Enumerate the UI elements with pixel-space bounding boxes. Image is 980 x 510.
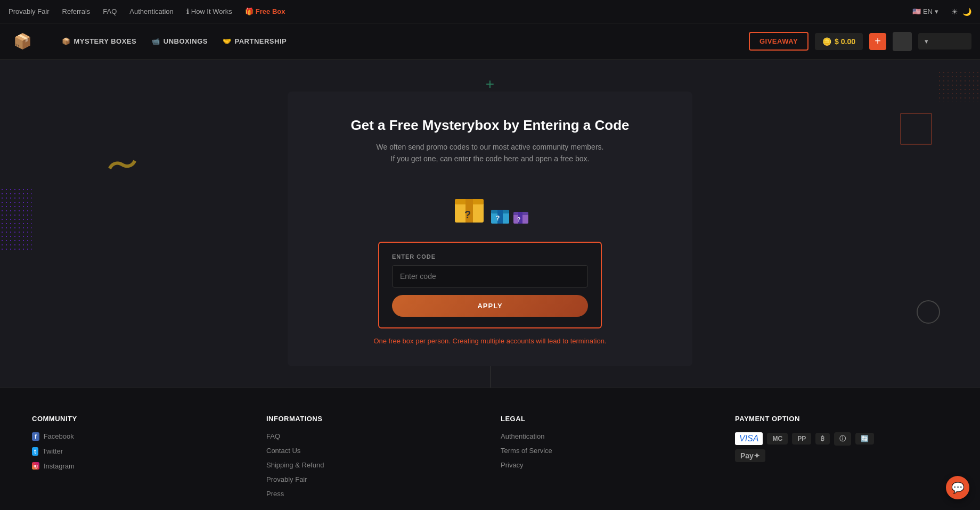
info-payment-icon: ⓘ [834,432,851,446]
top-nav: Provably Fair Referrals FAQ Authenticati… [0,0,980,23]
faq-footer-link[interactable]: FAQ [266,432,479,440]
privacy-link[interactable]: Privacy [501,461,714,469]
crypto-icon: ₿ [815,433,830,445]
gift-icon: 🎁 [245,7,254,15]
chevron-down-icon: ▾ [935,7,938,15]
how-it-works-link[interactable]: ℹ How It Works [186,7,232,15]
faq-link[interactable]: FAQ [103,7,117,15]
footer-community: COMMUNITY f Facebook t Twitter ig Instag… [32,415,245,504]
footer: COMMUNITY f Facebook t Twitter ig Instag… [0,388,980,510]
provably-fair-footer-link[interactable]: Provably Fair [266,475,479,483]
referrals-link[interactable]: Referrals [62,7,91,15]
shipping-link[interactable]: Shipping & Refund [266,461,479,469]
unboxings-link[interactable]: 📹 Unboxings [151,37,208,45]
free-box-desc: We often send promo codes to our most ac… [320,141,660,165]
coin-icon: 🪙 [822,37,831,46]
svg-text:?: ? [464,209,471,220]
payment-title: PAYMENT OPTION [735,415,948,423]
free-box-card: Get a Free Mysterybox by Entering a Code… [288,92,692,366]
flag-icon: 🇺🇸 [912,7,921,15]
main-nav: 📦 📦 Mystery Boxes 📹 Unboxings 🤝 Partners… [0,23,980,60]
deco-cross-icon: + [486,76,494,93]
theme-toggle: ☀ 🌙 [951,7,971,16]
facebook-icon: f [32,432,39,441]
free-box-title: Get a Free Mysterybox by Entering a Code [320,117,660,134]
code-input[interactable] [392,265,588,287]
language-selector[interactable]: 🇺🇸 EN ▾ [912,7,938,15]
tos-link[interactable]: Terms of Service [501,447,714,455]
footer-informations: INFORMATIONS FAQ Contact Us Shipping & R… [266,415,479,504]
authentication-link[interactable]: Authentication [129,7,173,15]
informations-title: INFORMATIONS [266,415,479,423]
user-dropdown-button[interactable]: ▾ [918,33,971,50]
instagram-link[interactable]: ig Instagram [32,462,245,470]
main-nav-links: 📦 Mystery Boxes 📹 Unboxings 🤝 Partnershi… [62,37,732,45]
svg-text:?: ? [517,217,520,223]
add-funds-button[interactable]: + [869,33,886,50]
logo[interactable]: 📦 [9,28,36,55]
deco-dots-left [0,187,32,251]
chevron-down-icon: ▾ [925,37,928,45]
provably-fair-link[interactable]: Provably Fair [9,7,50,15]
blue-box-icon: ? [490,204,510,225]
giveaway-button[interactable]: GIVEAWAY [749,32,808,51]
nav-right: GIVEAWAY 🪙 $ 0.00 + ▾ [749,32,971,51]
apply-button[interactable]: APPLY [392,295,588,317]
twitter-icon: t [32,447,38,456]
mystery-boxes-illustration: ? ? ? [320,182,660,225]
moon-icon[interactable]: 🌙 [962,7,971,16]
footer-legal: LEGAL Authentication Terms of Service Pr… [501,415,714,504]
contact-link[interactable]: Contact Us [266,447,479,455]
code-label: ENTER CODE [392,253,588,260]
legal-title: LEGAL [501,415,714,423]
warning-text: One free box per person. Creating multip… [320,337,660,345]
gold-box-icon: ? [451,187,488,225]
pay-icon: Pay✦ [735,449,765,462]
user-avatar[interactable] [893,32,912,51]
deco-circle [917,300,940,324]
sun-icon[interactable]: ☀ [951,7,958,16]
chat-button[interactable]: 💬 [946,476,969,499]
instagram-icon: ig [32,462,39,470]
deco-squiggle: 〜 [103,142,142,190]
purple-box-icon: ? [512,208,529,225]
chat-icon: 💬 [951,481,965,494]
pay-option: Pay✦ [735,451,948,460]
press-link[interactable]: Press [266,490,479,498]
logo-icon: 📦 [13,32,32,50]
twitter-link[interactable]: t Twitter [32,447,245,456]
visa-icon: VISA [735,432,763,445]
svg-text:?: ? [496,215,500,222]
balance-button[interactable]: 🪙 $ 0.00 [815,33,863,50]
mystery-boxes-link[interactable]: 📦 Mystery Boxes [62,37,136,45]
community-title: COMMUNITY [32,415,245,423]
deco-rect [900,113,932,145]
box-icon: 📦 [62,37,71,45]
footer-grid: COMMUNITY f Facebook t Twitter ig Instag… [32,415,948,504]
deco-dots-right [937,70,980,102]
unbox-icon: 📹 [151,37,160,45]
partnership-link[interactable]: 🤝 Partnership [223,37,287,45]
payment-icons: VISA MC PP ₿ ⓘ 🔄 [735,432,948,446]
code-section: ENTER CODE APPLY [378,242,602,328]
info-icon: ℹ [186,7,189,15]
facebook-link[interactable]: f Facebook [32,432,245,441]
paypal-icon: PP [792,433,811,445]
footer-payment: PAYMENT OPTION VISA MC PP ₿ ⓘ 🔄 Pay✦ [735,415,948,504]
free-box-link[interactable]: 🎁 Free Box [245,7,285,15]
exchange-icon: 🔄 [855,433,874,445]
auth-footer-link[interactable]: Authentication [501,432,714,440]
mastercard-icon: MC [767,433,788,445]
content-area: + 〜 Get a Free Mysterybox by Entering a … [0,60,980,388]
handshake-icon: 🤝 [223,37,232,45]
